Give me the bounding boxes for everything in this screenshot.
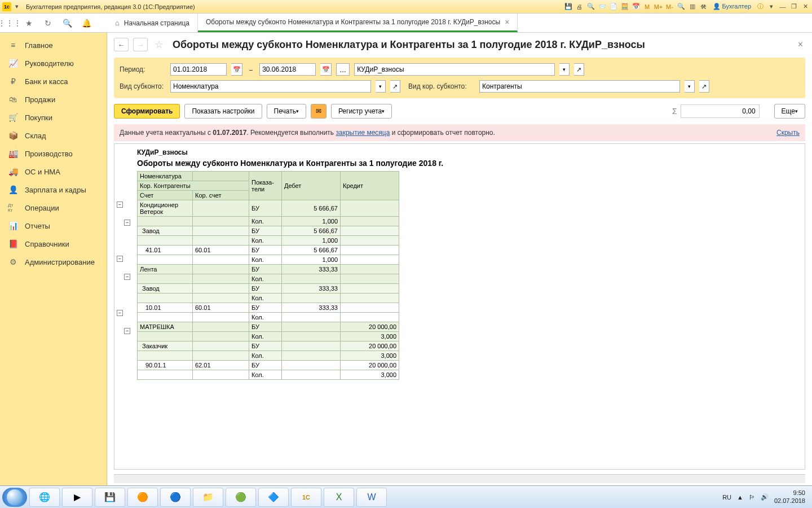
tray-flag-icon[interactable]: ▲ bbox=[737, 494, 743, 501]
sidebar-item-production[interactable]: 🏭Производство bbox=[0, 144, 107, 163]
table-row[interactable]: ЛентаБУ333,33 bbox=[138, 265, 399, 274]
task-explorer[interactable]: 📁 bbox=[193, 488, 223, 507]
info-icon[interactable]: ⓘ bbox=[756, 2, 765, 11]
tree-toggle[interactable]: − bbox=[124, 328, 130, 334]
more-button[interactable]: Еще bbox=[774, 104, 805, 119]
table-row[interactable]: Кол.1,000 bbox=[138, 236, 399, 246]
tree-toggle[interactable]: − bbox=[124, 274, 130, 280]
tab-home[interactable]: ⌂ Начальная страница bbox=[107, 14, 198, 32]
table-row[interactable]: Кол.1,000 bbox=[138, 217, 399, 226]
table-row[interactable]: ЗаводБУ333,33 bbox=[138, 284, 399, 294]
table-row[interactable]: Кол.3,000 bbox=[138, 332, 399, 341]
save-icon[interactable]: 💾 bbox=[564, 2, 573, 11]
sidebar-item-manager[interactable]: 📈Руководителю bbox=[0, 54, 107, 72]
calendar-to-icon[interactable]: 📅 bbox=[320, 63, 332, 76]
sidebar-item-bank[interactable]: ₽Банк и касса bbox=[0, 72, 107, 90]
sidebar-item-operations[interactable]: Дт КтОперации bbox=[0, 199, 107, 217]
favorite-star-icon[interactable]: ☆ bbox=[155, 38, 164, 51]
sidebar-item-hr[interactable]: 👤Зарплата и кадры bbox=[0, 181, 107, 199]
table-row[interactable]: Кол. bbox=[138, 274, 399, 284]
kor-subconto-open-icon[interactable]: ↗ bbox=[699, 80, 709, 93]
task-agent[interactable]: 🟠 bbox=[127, 488, 158, 507]
close-month-link[interactable]: закрытие месяца bbox=[336, 129, 390, 137]
table-row[interactable]: Кол.1,000 bbox=[138, 255, 399, 265]
nav-back-button[interactable]: ← bbox=[114, 38, 129, 51]
date-from-input[interactable] bbox=[170, 63, 227, 76]
sidebar-item-main[interactable]: ≡Главное bbox=[0, 36, 107, 54]
kor-subconto-input[interactable] bbox=[479, 80, 680, 93]
subconto-open-icon[interactable]: ↗ bbox=[390, 80, 400, 93]
table-row[interactable]: 90.01.162.01БУ20 000,00 bbox=[138, 361, 399, 370]
form-button[interactable]: Сформировать bbox=[114, 104, 180, 119]
organization-input[interactable] bbox=[354, 63, 555, 76]
subconto-input[interactable] bbox=[170, 80, 371, 93]
sidebar-item-purchases[interactable]: 🛒Покупки bbox=[0, 108, 107, 126]
current-user[interactable]: 👤 Бухгалтер bbox=[713, 3, 752, 10]
bell-icon[interactable]: 🔔 bbox=[81, 18, 91, 28]
apps-grid-icon[interactable]: ⋮⋮⋮ bbox=[5, 18, 15, 28]
table-row[interactable]: Кол. bbox=[138, 313, 399, 322]
sidebar-item-warehouse[interactable]: 📦Склад bbox=[0, 126, 107, 144]
search-icon[interactable]: 🔍 bbox=[62, 18, 72, 28]
sidebar-item-assets[interactable]: 🚚ОС и НМА bbox=[0, 163, 107, 181]
period-picker-button[interactable]: ... bbox=[336, 63, 350, 76]
tray-volume-icon[interactable]: 🔊 bbox=[761, 493, 769, 501]
task-save[interactable]: 💾 bbox=[95, 488, 125, 507]
find-icon[interactable]: 🔍 bbox=[677, 2, 686, 11]
table-row[interactable]: 41.0160.01БУ5 666,67 bbox=[138, 246, 399, 255]
table-row[interactable]: Кол. bbox=[138, 294, 399, 303]
table-row[interactable]: ЗаводБУ5 666,67 bbox=[138, 226, 399, 236]
sidebar-item-reports[interactable]: 📊Отчеты bbox=[0, 217, 107, 235]
task-media[interactable]: ▶ bbox=[62, 488, 92, 507]
org-dropdown-icon[interactable]: ▾ bbox=[559, 63, 570, 76]
table-row[interactable]: Кол.3,000 bbox=[138, 370, 399, 380]
task-chrome[interactable]: 🔵 bbox=[160, 488, 191, 507]
tree-toggle[interactable]: − bbox=[117, 310, 123, 316]
preview-icon[interactable]: 🔍 bbox=[586, 2, 595, 11]
tray-lang[interactable]: RU bbox=[722, 494, 731, 501]
tools-icon[interactable]: 🛠 bbox=[699, 2, 708, 11]
email-button[interactable]: ✉ bbox=[311, 104, 326, 119]
task-excel[interactable]: X bbox=[324, 488, 354, 507]
calendar-icon[interactable]: 📅 bbox=[632, 2, 641, 11]
calendar-from-icon[interactable]: 📅 bbox=[231, 63, 242, 76]
subconto-dropdown-icon[interactable]: ▾ bbox=[376, 80, 386, 93]
date-to-input[interactable] bbox=[259, 63, 316, 76]
window-close[interactable]: ✕ bbox=[801, 2, 810, 11]
start-button[interactable] bbox=[2, 488, 27, 507]
zoom-m[interactable]: M bbox=[643, 2, 652, 11]
window-minimize[interactable]: — bbox=[778, 2, 787, 11]
panels-icon[interactable]: ▥ bbox=[688, 2, 697, 11]
dropdown-icon-2[interactable]: ▾ bbox=[767, 2, 776, 11]
register-button[interactable]: Регистр учета bbox=[331, 104, 392, 119]
print-button[interactable]: Печать bbox=[267, 104, 306, 119]
history-icon[interactable]: ↻ bbox=[43, 18, 53, 28]
kor-subconto-dropdown-icon[interactable]: ▾ bbox=[685, 80, 695, 93]
task-app1[interactable]: 🟢 bbox=[226, 488, 256, 507]
tray-action-icon[interactable]: 🏳 bbox=[749, 494, 755, 501]
hide-warning-link[interactable]: Скрыть bbox=[776, 129, 800, 137]
tab-close-icon[interactable]: × bbox=[505, 17, 509, 27]
tray-clock[interactable]: 9:50 02.07.2018 bbox=[774, 489, 805, 504]
report-area[interactable]: − − − − − − КУДиР_взносы Обороты между с… bbox=[114, 143, 805, 470]
task-word[interactable]: W bbox=[356, 488, 387, 507]
table-row[interactable]: ЗаказчикБУ20 000,00 bbox=[138, 341, 399, 351]
window-restore[interactable]: ❐ bbox=[789, 2, 798, 11]
tree-toggle[interactable]: − bbox=[124, 220, 130, 226]
dropdown-icon[interactable]: ▾ bbox=[12, 2, 21, 11]
star-icon[interactable]: ★ bbox=[24, 18, 34, 28]
zoom-mplus[interactable]: M+ bbox=[654, 2, 663, 11]
tree-toggle[interactable]: − bbox=[117, 256, 123, 262]
tree-toggle[interactable]: − bbox=[117, 202, 123, 208]
table-row[interactable]: Кондиционер ВетерокБУ5 666,67 bbox=[138, 200, 399, 217]
org-open-icon[interactable]: ↗ bbox=[574, 63, 584, 76]
task-ie[interactable]: 🌐 bbox=[29, 488, 60, 507]
nav-forward-button[interactable]: → bbox=[133, 38, 148, 51]
page-close-icon[interactable]: × bbox=[796, 37, 805, 52]
task-1c[interactable]: 1С bbox=[291, 488, 321, 507]
task-app2[interactable]: 🔷 bbox=[258, 488, 289, 507]
table-row[interactable]: Кол.3,000 bbox=[138, 351, 399, 361]
tab-report-active[interactable]: Обороты между субконто Номенклатура и Ко… bbox=[198, 14, 518, 32]
sidebar-item-admin[interactable]: ⚙Администрирование bbox=[0, 253, 107, 271]
mail-icon[interactable]: 📨 bbox=[598, 2, 607, 11]
